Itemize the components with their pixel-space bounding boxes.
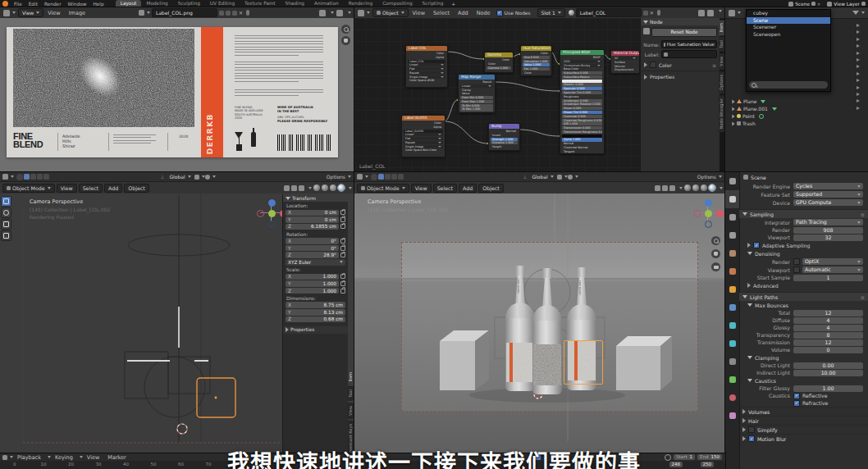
- transform-value-field[interactable]: Y8.13 cm: [286, 309, 345, 316]
- node-row[interactable]: Result: [460, 80, 493, 84]
- current-frame-field[interactable]: 248: [669, 462, 683, 467]
- menu-window[interactable]: Window: [65, 2, 90, 7]
- timeline-menu-view[interactable]: View: [83, 454, 103, 461]
- blender-logo-icon[interactable]: [2, 1, 8, 7]
- refresh-icon[interactable]: [643, 28, 650, 34]
- workspace-tab-sculpting[interactable]: Sculpting: [173, 0, 205, 7]
- subsection-max-bounces[interactable]: Max Bounces: [739, 301, 868, 309]
- selectability-icon[interactable]: [857, 58, 860, 61]
- prop-field[interactable]: Automatic: [802, 266, 863, 273]
- timeline-ruler[interactable]: 010203040506070248250: [0, 461, 725, 469]
- node-row[interactable]: Fac 1.000: [523, 67, 550, 71]
- world-tab[interactable]: [725, 262, 739, 280]
- tool-tab[interactable]: [725, 172, 739, 190]
- vpl-shading-icon[interactable]: [338, 184, 345, 191]
- camera-view-icon[interactable]: [711, 262, 720, 271]
- prop-number-field[interactable]: 10.00: [793, 370, 863, 376]
- node-row[interactable]: Color: [404, 121, 443, 125]
- prop-number-field[interactable]: 12: [793, 310, 863, 316]
- outliner-row[interactable]: Point: [725, 112, 868, 120]
- prop-number-field[interactable]: 0: [793, 347, 863, 353]
- node-row[interactable]: Label_GLOSS: [404, 130, 443, 133]
- image-datablock-field[interactable]: Label_COL.png: [152, 8, 217, 17]
- node-row[interactable]: Color Space sRGB: [408, 79, 445, 82]
- vpm-shading-icon[interactable]: [701, 184, 707, 191]
- properties-panel-header[interactable]: Properties: [283, 326, 348, 334]
- node-row[interactable]: Anisotropic Rotation 0.000: [562, 102, 602, 106]
- prop-number-field[interactable]: 4: [793, 325, 863, 331]
- lock-icon[interactable]: [340, 281, 345, 286]
- node-row[interactable]: Specular Tint 0.000: [562, 91, 602, 94]
- scene-option-sceneopen[interactable]: Sceneopen: [747, 31, 830, 39]
- dropdown-search-input[interactable]: [749, 81, 828, 89]
- node-row[interactable]: Color: [523, 71, 550, 75]
- view-layer-extra-icon[interactable]: [861, 2, 866, 6]
- node-row[interactable]: Hue 0.500: [523, 56, 550, 59]
- node-label-field[interactable]: [661, 50, 717, 58]
- collapsed-section-hair[interactable]: Hair: [739, 416, 868, 425]
- workspace-tab-modeling[interactable]: Modeling: [141, 0, 172, 7]
- expand-icon[interactable]: [732, 107, 734, 111]
- constraints-tab[interactable]: [725, 353, 739, 371]
- open-image-icon[interactable]: [226, 11, 231, 16]
- expand-icon[interactable]: [732, 114, 734, 118]
- prop-number-field[interactable]: 0.00: [793, 362, 863, 369]
- material-name-field[interactable]: Label_COL: [576, 8, 642, 17]
- new-image-icon[interactable]: [219, 11, 224, 16]
- zoom-gizmo-icon[interactable]: [711, 236, 720, 245]
- prop-number-field[interactable]: 4: [793, 317, 863, 324]
- subsection-checkbox[interactable]: ✓: [753, 242, 760, 248]
- node-row[interactable]: Normal: [562, 142, 602, 145]
- node-row[interactable]: Clearcoat Normal: [562, 146, 602, 149]
- node-row[interactable]: Value: [460, 92, 493, 95]
- menu-add[interactable]: Add: [454, 10, 473, 16]
- transform-value-field[interactable]: Y0°: [286, 245, 339, 252]
- rotation-mode-dropdown[interactable]: XYZ Euler: [286, 259, 345, 266]
- menu-file[interactable]: File: [11, 2, 25, 7]
- vpm-proportional-icon[interactable]: [568, 175, 573, 180]
- view-layer-name[interactable]: View Layer: [834, 2, 860, 7]
- node-label-col[interactable]: Label COLColorAlphaLabel_COLLinearFlatRe…: [405, 45, 448, 88]
- move-tool[interactable]: [1, 219, 11, 230]
- vpm-snap-magnet-icon[interactable]: [557, 175, 562, 180]
- render-tab[interactable]: [725, 190, 739, 208]
- vpl-menu-select[interactable]: Select: [79, 184, 103, 193]
- vpl-mode-icon[interactable]: [37, 174, 43, 180]
- node-label-gloss[interactable]: Label GLOSSColorAlphaLabel_GLOSSLinearFl…: [401, 115, 445, 157]
- sidebar-tab-node-wrangler[interactable]: Node Wrangler: [719, 95, 725, 132]
- vpm-orientation-dropdown[interactable]: Global: [528, 173, 556, 180]
- node-row[interactable]: Height: [491, 145, 518, 148]
- outliner-row[interactable]: Pl­ane: [725, 98, 868, 105]
- lock-icon[interactable]: [340, 210, 345, 215]
- vpl-overlay-icon[interactable]: [284, 185, 290, 191]
- node-row[interactable]: IOR 1.450: [562, 122, 602, 125]
- selectability-icon[interactable]: [857, 86, 860, 89]
- node-row[interactable]: Specular 0.500: [562, 87, 602, 90]
- outliner-editor-icon[interactable]: [729, 10, 735, 16]
- slot-dropdown[interactable]: Slot 1: [537, 8, 565, 17]
- prop-number-field[interactable]: 12: [793, 339, 863, 346]
- select-box-tool[interactable]: [1, 196, 11, 207]
- prop-checkbox[interactable]: ✓: [793, 393, 800, 399]
- vpl-mode-icon[interactable]: [24, 174, 30, 180]
- selectability-icon[interactable]: [857, 44, 860, 48]
- node-row[interactable]: From Min 0.000: [460, 96, 493, 99]
- transform-value-field[interactable]: Z6.1855 cm: [286, 224, 339, 230]
- lock-icon[interactable]: [340, 217, 345, 222]
- lock-icon[interactable]: [340, 246, 345, 251]
- sidebar-tab-options[interactable]: Options: [719, 71, 725, 93]
- workspace-tab-rendering[interactable]: Rendering: [344, 0, 378, 7]
- vpm-menu-view[interactable]: View: [411, 184, 432, 193]
- expand-icon[interactable]: [732, 99, 734, 103]
- node-row[interactable]: Clearcoat 0.000: [562, 115, 602, 118]
- prop-number-field[interactable]: 32: [793, 234, 863, 241]
- scene-option-scenener[interactable]: Scenener: [747, 24, 830, 31]
- menu-help[interactable]: Help: [89, 2, 107, 7]
- node-row[interactable]: Gamma 1.000: [487, 66, 511, 70]
- prop-number-field[interactable]: 1.00: [793, 385, 863, 392]
- output-tab[interactable]: [725, 208, 739, 226]
- selectability-icon[interactable]: [857, 52, 860, 55]
- modifiers-tab[interactable]: [725, 298, 739, 316]
- section-header-sampling[interactable]: Sampling≡: [739, 209, 868, 218]
- transform-value-field[interactable]: Y1.000: [286, 280, 339, 287]
